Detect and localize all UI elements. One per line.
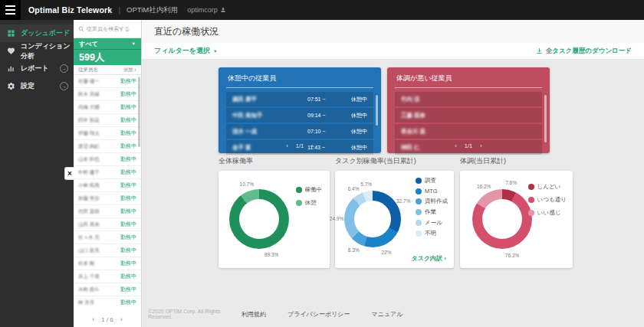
slice-label: 32.7%	[396, 198, 410, 203]
legend-dot	[296, 187, 302, 193]
column-header-status-sort[interactable]: 状態 ↕	[123, 67, 136, 74]
employee-status: 勤務中	[120, 181, 136, 189]
sidebar-item-report[interactable]: レポート →	[0, 60, 74, 77]
download-task-history-button[interactable]: 全タスク履歴のダウンロード	[536, 47, 632, 56]
employee-row[interactable]: 小林 拓海勤務中	[74, 179, 141, 192]
employee-name: 鈴木 美緒	[78, 91, 100, 98]
employee-row[interactable]: 山口 恵美勤務中	[74, 244, 141, 257]
legend-item: 稼働中	[296, 186, 323, 194]
account-icon	[220, 7, 226, 13]
card-scrollbar[interactable]	[544, 95, 547, 142]
unwell-row[interactable]: 竹内 涼	[395, 92, 542, 106]
hamburger-menu-icon[interactable]	[0, 0, 21, 20]
employee-row[interactable]: 中村 優子勤務中	[74, 166, 141, 179]
break-row[interactable]: 森田 康平07:51 ~休憩中	[226, 92, 373, 106]
employee-row[interactable]: 木村 悠斗勤務中	[74, 283, 141, 296]
employee-search	[74, 20, 141, 38]
employee-count: 599人	[74, 50, 141, 65]
bar-chart-icon	[7, 64, 15, 73]
card-scrollbar[interactable]	[376, 95, 378, 126]
unwell-row[interactable]: 長谷川 葵	[395, 124, 542, 139]
employee-name: 井上 千尋	[78, 273, 100, 280]
employee-row[interactable]: 佐々木 亮勤務中	[74, 231, 141, 244]
unwell-row[interactable]: 工藤 栞奈	[395, 108, 542, 123]
employee-name: 松本 剛	[78, 260, 94, 267]
sidebar-item-condition-analysis[interactable]: コンディション分析	[0, 42, 74, 60]
employee-row[interactable]: 井上 千尋勤務中	[74, 270, 141, 283]
employee-row[interactable]: 林 美月勤務中	[74, 296, 141, 306]
expand-arrow-icon[interactable]: →	[60, 64, 68, 73]
employee-status: 休憩中	[343, 96, 367, 103]
card-pagination: ‹ 1/1 ›	[219, 142, 381, 149]
employee-row[interactable]: 松本 剛勤務中	[74, 257, 141, 270]
employee-row[interactable]: 鈴木 美緒勤務中	[74, 88, 141, 101]
break-start-time: 07:51 ~	[307, 96, 343, 102]
legend-item: メール	[416, 219, 448, 227]
app-window: Optimal Biz Telework | OPTiM社内利用 optimco…	[0, 0, 644, 327]
break-row[interactable]: 清水 一成07:10 ~休憩中	[226, 124, 373, 139]
employee-name: 林 美月	[78, 299, 94, 306]
group-filter-dropdown[interactable]: すべて ▼	[74, 38, 141, 50]
sidebar-item-label: 設定	[21, 81, 34, 91]
footer-link[interactable]: プライバシーポリシー	[288, 310, 350, 319]
sidebar-item-settings[interactable]: 設定 →	[0, 77, 74, 95]
prev-page-icon[interactable]: ‹	[286, 142, 288, 149]
sidebar-item-label: ダッシュボード	[21, 28, 70, 38]
employee-name: 木村 悠斗	[78, 286, 100, 293]
employee-list-scrollbar[interactable]	[138, 77, 140, 147]
employee-status: 勤務中	[120, 168, 136, 176]
page-indicator: 1 / 6	[101, 316, 113, 323]
footer-link[interactable]: 利用規約	[242, 310, 266, 319]
employee-row[interactable]: 山本 和也勤務中	[74, 153, 141, 166]
donut-chart-condition	[472, 189, 532, 249]
next-page-icon[interactable]: ›	[480, 142, 482, 149]
search-input[interactable]	[87, 26, 136, 31]
employee-row[interactable]: 渡辺 由紀勤務中	[74, 140, 141, 153]
employee-status: 勤務中	[120, 221, 136, 228]
heart-icon	[7, 47, 15, 55]
employee-name: 竹内 涼	[401, 96, 536, 103]
employee-name: 山本 和也	[78, 156, 100, 163]
account-name: optimcorp	[187, 6, 218, 14]
employee-name: 渡辺 由紀	[78, 143, 100, 150]
chart-title: 全体稼働率	[219, 156, 330, 166]
employee-row[interactable]: 田中 彩花勤務中	[74, 114, 141, 127]
next-page-icon[interactable]: ›	[120, 316, 123, 323]
prev-page-icon[interactable]: ‹	[455, 142, 457, 149]
footer-link[interactable]: マニュアル	[372, 310, 403, 319]
employee-row[interactable]: 高橋 大輔勤務中	[74, 101, 141, 114]
task-breakdown-link[interactable]: タスク内訳 ›	[412, 254, 446, 263]
copyright-text: ©2020 OPTiM Corp. All Rights Reserved.	[148, 309, 242, 319]
legend-label: 調査	[425, 177, 436, 185]
filter-select-button[interactable]: フィルターを選択▼	[154, 46, 218, 56]
employee-status: 勤務中	[120, 142, 136, 150]
legend-label: MTG	[425, 188, 438, 195]
employee-row[interactable]: 加藤 里奈勤務中	[74, 192, 141, 205]
legend-label: 休憩	[305, 199, 317, 207]
card-pagination: ‹ 1/1 ›	[387, 142, 550, 149]
employee-name: 伊藤 翔太	[78, 130, 100, 137]
legend-item: 休憩	[296, 199, 323, 207]
sidebar-item-dashboard[interactable]: ダッシュボード	[0, 25, 74, 42]
download-icon	[536, 47, 543, 54]
collapse-panel-button[interactable]: ×	[64, 167, 74, 180]
employee-row[interactable]: 吉田 直樹勤務中	[74, 205, 141, 218]
chart-legend: しんどいいつも通りいい感じ	[528, 183, 567, 217]
break-row[interactable]: 中田 美知子09:14 ~休憩中	[226, 108, 373, 123]
employee-row[interactable]: 佐藤 健一勤務中	[74, 75, 141, 88]
column-header-name: 従業員名	[78, 67, 98, 74]
employee-row[interactable]: 山田 真央勤務中	[74, 218, 141, 231]
expand-arrow-icon[interactable]: →	[60, 82, 68, 90]
legend-dot	[528, 197, 534, 203]
account-menu[interactable]: optimcorp	[187, 6, 226, 14]
prev-page-icon[interactable]: ‹	[92, 316, 94, 323]
legend-dot	[416, 188, 422, 195]
employee-row[interactable]: 伊藤 翔太勤務中	[74, 127, 141, 140]
chart-legend: 稼働中休憩	[296, 186, 323, 207]
chart-title: タスク別稼働率(当日累計)	[335, 156, 454, 166]
legend-label: メール	[425, 219, 442, 227]
next-page-icon[interactable]: ›	[311, 142, 314, 149]
employee-status: 勤務中	[120, 273, 136, 280]
legend-dot	[528, 210, 534, 216]
slice-label: 24.9%	[330, 215, 343, 221]
